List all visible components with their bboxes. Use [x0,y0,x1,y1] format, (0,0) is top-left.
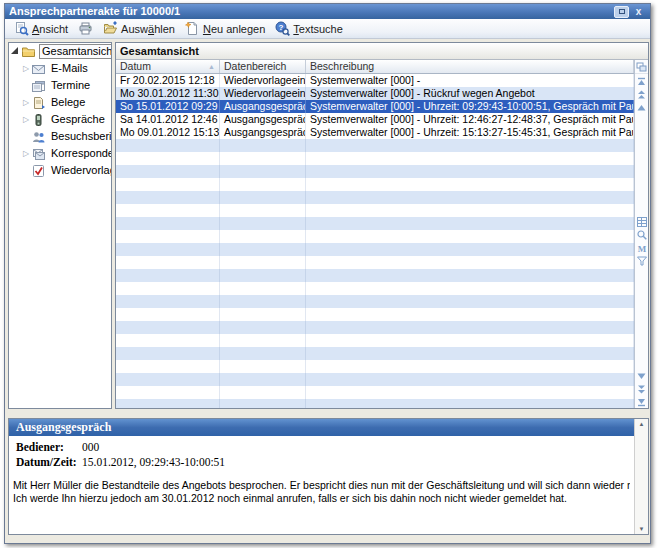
table-cell-empty [306,191,634,204]
tree-item-label: Gespräche [49,113,107,126]
table-cell-empty [116,360,220,373]
table-empty-row [116,373,634,386]
table-cell-empty [220,282,306,295]
table-empty-row [116,308,634,321]
table-cell-empty [220,139,306,152]
table-cell-empty [116,373,220,386]
table-cell-empty [306,243,634,256]
table-cell-empty [220,256,306,269]
detail-scrollbar[interactable]: ▲ ▼ [634,419,648,534]
calendar-icon [31,79,46,93]
table-row[interactable]: Mo 09.01.2012 15:13AusgangsgesprächSyste… [116,126,634,139]
tree-item-label: Korrespondenzen [49,147,112,160]
table-cell: Systemverwalter [000] - [306,74,634,87]
table-cell-empty [220,191,306,204]
filter-button[interactable] [636,254,648,267]
print-icon [78,21,93,36]
detail-field: Bediener:000 [16,440,627,455]
tree-collapsed-icon[interactable]: ▷ [21,115,31,124]
neu-anlegen-button[interactable]: Neu anlegen [181,19,271,38]
scroll-bottom-button[interactable] [636,395,648,408]
table-cell-empty [116,243,220,256]
detail-field-value: 000 [82,440,99,455]
scroll-bottom-icon [637,393,646,409]
table-row[interactable]: Fr 20.02.2015 12:18WiedervorlageeintragS… [116,74,634,87]
table-body: Fr 20.02.2015 12:18WiedervorlageeintragS… [116,74,634,408]
table-cell-empty [220,152,306,165]
sidebar-item-e-mails[interactable]: ▷E-Mails [9,60,111,77]
main-panel: Gesamtansicht Datum ▲ Datenbereich Besch… [115,42,649,409]
table-row[interactable]: Mo 30.01.2012 11:30WiedervorlageeintragS… [116,87,634,100]
row-up-button[interactable] [636,100,648,113]
table-cell-empty [116,334,220,347]
ansicht-button[interactable]: Ansicht [10,19,74,38]
scroll-up-icon[interactable]: ▲ [639,421,645,427]
table-cell-empty [220,243,306,256]
table-cell-empty [306,386,634,399]
sidebar-item-gesamtansicht[interactable]: Gesamtansicht [9,43,111,60]
followup-check-icon [31,164,46,178]
table-cell-empty [116,204,220,217]
table-empty-row [116,243,634,256]
table-header: Datum ▲ Datenbereich Beschreibung [116,60,634,74]
view-icon [14,21,29,36]
sidebar-item-termine[interactable]: Termine [9,77,111,94]
tree-item-label: Besuchsberichte [49,130,112,143]
table-cell-empty [306,178,634,191]
table-cell-empty [116,165,220,178]
tree-collapsed-icon[interactable]: ▷ [21,98,31,107]
visit-report-icon [31,130,46,144]
table-empty-row [116,191,634,204]
sidebar-item-wiedervorlagen[interactable]: Wiedervorlagen [9,162,111,179]
table-cell-empty [306,282,634,295]
table-cell-empty [306,139,634,152]
tree-collapsed-icon[interactable]: ▷ [21,149,31,158]
table-cell-empty [116,152,220,165]
correspondence-icon [31,147,46,161]
table-cell-empty [116,321,220,334]
table-row-selected[interactable]: So 15.01.2012 09:29AusgangsgesprächSyste… [116,100,634,113]
table-empty-row [116,178,634,191]
table-cell-empty [116,230,220,243]
tree-item-label: Wiedervorlagen [49,164,112,177]
table-empty-row [116,295,634,308]
sidebar-item-gespr-che[interactable]: ▷Gespräche [9,111,111,128]
auswaehlen-button[interactable]: Auswählen [99,19,181,38]
row-up-icon [637,98,646,116]
detail-field-label: Bediener: [16,440,82,455]
table-empty-row [116,152,634,165]
table-cell-empty [220,230,306,243]
table-cell-empty [116,347,220,360]
close-button[interactable]: x [631,6,646,18]
print-button[interactable] [74,19,99,38]
email-icon [31,62,46,76]
detail-body: Mit Herr Müller die Bestandteile des Ang… [9,470,634,505]
sidebar-item-besuchsberichte[interactable]: Besuchsberichte [9,128,111,145]
table-cell: Mo 09.01.2012 15:13 [116,126,220,139]
column-header-beschreibung[interactable]: Beschreibung [306,60,634,73]
table-cell-empty [116,269,220,282]
table-row[interactable]: Sa 14.01.2012 12:46AusgangsgesprächSyste… [116,113,634,126]
sidebar-item-belege[interactable]: ▷Belege [9,94,111,111]
column-header-datum[interactable]: Datum ▲ [116,60,220,73]
scroll-down-icon[interactable]: ▼ [639,526,645,532]
restore-button[interactable] [614,6,629,18]
tree-collapsed-icon[interactable]: ▷ [21,64,31,73]
restore-icon [619,9,625,14]
table-empty-row [116,321,634,334]
window-title: Ansprechpartnerakte für 10000/1 [9,4,612,19]
sidebar-item-korrespondenzen[interactable]: ▷Korrespondenzen [9,145,111,162]
table-empty-row [116,360,634,373]
text-search-icon: ? [275,21,290,36]
table-cell-empty [220,399,306,408]
table-cell-empty [306,360,634,373]
table-cell-empty [220,269,306,282]
tree-item-label: Belege [49,96,87,109]
textsuche-button[interactable]: ?Textsuche [271,19,349,38]
tree-expanded-icon[interactable] [11,47,18,54]
table-empty-row [116,230,634,243]
table-empty-row [116,269,634,282]
table-cell-empty [116,282,220,295]
column-header-datenbereich[interactable]: Datenbereich [220,60,306,73]
table-empty-row [116,204,634,217]
